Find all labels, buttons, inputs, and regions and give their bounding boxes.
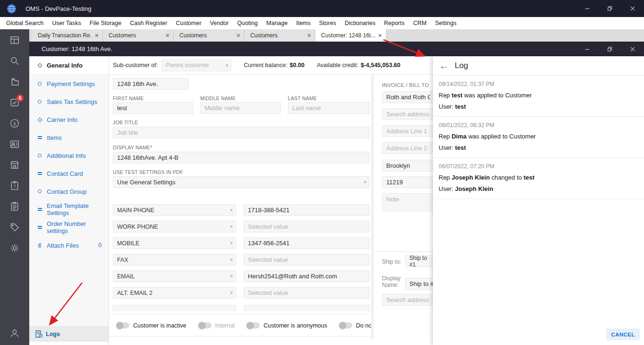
menu-item-user-tasks[interactable]: User Tasks xyxy=(48,20,85,26)
menu-item-settings[interactable]: Settings xyxy=(431,20,460,26)
chevron-down-icon: ▾ xyxy=(230,290,233,296)
tasks-icon[interactable]: 6 xyxy=(9,97,20,108)
store-icon[interactable] xyxy=(9,160,20,170)
circle-icon xyxy=(37,100,42,104)
dashboard-grid-icon[interactable] xyxy=(9,35,20,45)
work-phone-input[interactable] xyxy=(244,221,370,233)
toggle-switch[interactable] xyxy=(199,322,212,328)
first-name-label: FIRST NAME xyxy=(113,95,144,101)
tab-daily-transaction-report[interactable]: Daily Transaction Re... × xyxy=(32,29,103,42)
invoice-zip-input[interactable] xyxy=(382,176,434,188)
main-phone-input[interactable] xyxy=(244,204,370,216)
inner-minimize-button[interactable] xyxy=(576,42,599,56)
diamond-icon xyxy=(37,118,42,121)
toggle-customer-anonymous[interactable]: Customer is anonymous xyxy=(247,322,327,329)
nav-item-contact-group[interactable]: Contact Group xyxy=(29,182,109,200)
nav-item-payment-settings[interactable]: Payment Settings xyxy=(29,75,109,93)
tab-customers-2[interactable]: Customers × xyxy=(174,29,245,42)
nav-item-contact-card[interactable]: Contact Card xyxy=(29,164,109,182)
nav-item-sales-tax-settings[interactable]: Sales Tax Settings xyxy=(29,93,109,111)
menu-item-quoting[interactable]: Quoting xyxy=(233,20,262,26)
work-phone-type-select[interactable]: WORK PHONE▾ xyxy=(113,221,236,233)
menu-item-customer[interactable]: Customer xyxy=(171,20,205,26)
invoice-address-line1-input[interactable] xyxy=(382,125,434,137)
form-scrollbar[interactable] xyxy=(371,75,374,339)
nav-item-general-info[interactable]: General Info xyxy=(29,56,109,75)
company-name-input[interactable] xyxy=(113,78,189,90)
toggle-customer-inactive[interactable]: Customer is inactive xyxy=(117,322,186,329)
nav-item-attach-files[interactable]: Attach Files 0 xyxy=(29,236,109,254)
display-name-input[interactable] xyxy=(113,152,370,164)
parent-customer-select[interactable]: Parent customer ▾ xyxy=(161,60,231,71)
minimize-button[interactable] xyxy=(576,0,599,17)
last-name-input[interactable] xyxy=(288,102,370,114)
pdf-settings-select[interactable]: Use General Settings ▾ xyxy=(113,176,370,188)
first-name-input[interactable] xyxy=(113,102,193,114)
toggle-switch[interactable] xyxy=(117,322,129,328)
nav-item-carrier-info[interactable]: Carrier Info xyxy=(29,111,109,129)
svg-text:$: $ xyxy=(13,121,16,126)
email-type-select[interactable]: EMAIL▾ xyxy=(113,270,236,282)
toggle-internal[interactable]: Internal xyxy=(199,322,235,329)
nav-item-additional-info[interactable]: Additional Info xyxy=(29,147,109,164)
tag-icon[interactable] xyxy=(9,222,20,233)
tab-customers-3[interactable]: Customers × xyxy=(245,29,315,42)
search-icon[interactable] xyxy=(9,56,20,66)
partial-field-input[interactable] xyxy=(244,305,370,311)
invoice-search-address-input[interactable] xyxy=(382,108,434,120)
contact-card-icon[interactable] xyxy=(9,139,20,149)
inner-close-button[interactable] xyxy=(621,42,644,56)
partial-field-select[interactable] xyxy=(113,305,236,311)
toggle-switch[interactable] xyxy=(247,322,260,328)
nav-item-order-number-settings[interactable]: Order Number settings xyxy=(29,218,109,236)
inner-restore-button[interactable] xyxy=(599,42,621,56)
mobile-input[interactable] xyxy=(244,237,370,249)
invoice-note-input[interactable]: Note xyxy=(382,193,434,211)
alt-email-type-select[interactable]: ALT. EMAIL 2▾ xyxy=(113,287,236,299)
middle-name-input[interactable] xyxy=(200,102,281,114)
email-input[interactable] xyxy=(244,270,370,282)
gear-icon[interactable] xyxy=(9,243,20,253)
close-button[interactable] xyxy=(621,0,644,17)
money-icon[interactable]: $ xyxy=(9,118,20,129)
tab-close-icon[interactable]: × xyxy=(307,32,311,39)
back-arrow-icon[interactable]: ← xyxy=(439,60,451,71)
clipboard-question-icon[interactable]: ? xyxy=(9,181,20,191)
invoice-company-input[interactable] xyxy=(382,91,434,103)
nav-item-items[interactable]: Items xyxy=(29,129,109,147)
menu-item-file-storage[interactable]: File Storage xyxy=(85,20,126,26)
user-icon[interactable] xyxy=(9,328,20,338)
job-title-input[interactable] xyxy=(113,127,370,138)
fax-input[interactable] xyxy=(244,254,370,266)
ship-search-address-input[interactable] xyxy=(382,294,434,306)
main-phone-type-select[interactable]: MAIN PHONE▾ xyxy=(113,204,236,216)
mobile-type-select[interactable]: MOBILE▾ xyxy=(113,237,236,249)
menu-item-cash-register[interactable]: Cash Register xyxy=(126,20,171,26)
logs-button[interactable]: Logs xyxy=(29,326,109,342)
menu-item-global-search[interactable]: Global Search xyxy=(2,20,48,26)
fax-type-select[interactable]: FAX▾ xyxy=(113,254,236,266)
clipboard-list-icon[interactable] xyxy=(9,201,20,212)
restore-button[interactable] xyxy=(599,0,621,17)
tab-close-icon[interactable]: × xyxy=(378,32,382,39)
alt-email-input[interactable] xyxy=(244,287,370,299)
nav-item-email-template-settings[interactable]: Email Template Settings xyxy=(29,200,109,218)
cancel-button[interactable]: CANCEL xyxy=(606,328,640,340)
menu-item-items[interactable]: Items xyxy=(292,20,315,26)
menu-item-reports[interactable]: Reports xyxy=(380,20,409,26)
menu-item-manage[interactable]: Manage xyxy=(262,20,292,26)
invoice-city-input[interactable] xyxy=(382,160,434,172)
menu-item-vendor[interactable]: Vendor xyxy=(206,20,233,26)
tab-close-icon[interactable]: × xyxy=(166,32,169,39)
menu-item-stores[interactable]: Stores xyxy=(315,20,340,26)
tab-close-icon[interactable]: × xyxy=(237,32,240,39)
tab-customer-1248[interactable]: Customer: 1248 16t... × xyxy=(315,29,386,42)
folders-icon[interactable] xyxy=(9,77,20,87)
menu-item-dictionaries[interactable]: Dictionaries xyxy=(340,20,380,26)
invoice-address-line2-input[interactable] xyxy=(382,142,434,154)
tab-close-icon[interactable]: × xyxy=(95,32,99,39)
menu-item-crm[interactable]: CRM xyxy=(409,20,431,26)
tab-customers-1[interactable]: Customers × xyxy=(103,29,174,42)
display-name-label: DISPLAY NAME* xyxy=(113,145,153,150)
toggle-switch[interactable] xyxy=(339,322,352,328)
